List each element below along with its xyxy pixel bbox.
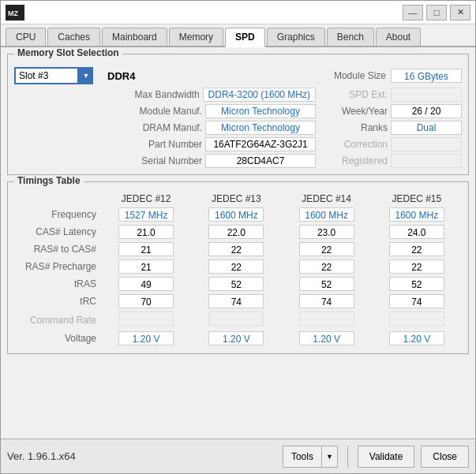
ranks-label: Ranks (332, 122, 388, 133)
module-info-left: Max Bandwidth DDR4-3200 (1600 MHz) Modul… (14, 88, 316, 168)
version-text: Ver. 1.96.1.x64 (7, 450, 276, 462)
app-window: MZ — □ ✕ CPU Caches Mainboard Memory SPD… (0, 0, 476, 474)
cell-7-3: 1.20 V (372, 330, 462, 347)
th-jedec12: JEDEC #12 (101, 192, 191, 206)
title-bar: MZ — □ ✕ (1, 1, 475, 24)
slot-select-container[interactable]: Slot #3 ▼ (14, 67, 93, 84)
group-title-memory-slot: Memory Slot Selection (14, 47, 122, 58)
slot-dropdown[interactable]: Slot #3 (14, 67, 79, 84)
tab-spd[interactable]: SPD (225, 28, 265, 47)
module-size-label: Module Size (334, 70, 386, 81)
module-size-container: Module Size 16 GBytes (143, 69, 462, 83)
cell-1-0: 21.0 (101, 223, 191, 241)
minimize-button[interactable]: — (403, 5, 423, 21)
tab-bar: CPU Caches Mainboard Memory SPD Graphics… (1, 24, 475, 47)
max-bandwidth-row: Max Bandwidth DDR4-3200 (1600 MHz) (14, 88, 316, 102)
module-manuf-value: Micron Technology (205, 104, 316, 118)
row-label-1: CAS# Latency (14, 223, 101, 241)
dram-manuf-label: DRAM Manuf. (123, 122, 202, 133)
cell-0-2: 1600 MHz (282, 206, 372, 223)
cell-6-3 (372, 310, 462, 330)
maximize-button[interactable]: □ (426, 5, 447, 21)
cell-2-1: 22 (191, 241, 281, 258)
tab-caches[interactable]: Caches (47, 28, 100, 46)
dram-manuf-row: DRAM Manuf. Micron Technology (14, 121, 316, 135)
app-logo: MZ (6, 5, 24, 21)
cell-1-3: 24.0 (372, 223, 462, 241)
slot-dropdown-arrow[interactable]: ▼ (79, 67, 93, 84)
registered-row: Registered (322, 154, 462, 168)
module-info-right: SPD Ext. Week/Year 26 / 20 Ranks Dual Co… (316, 88, 462, 168)
max-bandwidth-value: DDR4-3200 (1600 MHz) (203, 88, 316, 102)
row-label-7: Voltage (14, 330, 101, 347)
tools-button[interactable]: Tools (283, 446, 322, 468)
cell-3-0: 21 (101, 258, 191, 275)
tab-about[interactable]: About (376, 28, 421, 46)
th-jedec15: JEDEC #15 (372, 192, 462, 206)
cell-4-1: 52 (191, 275, 281, 293)
cell-0-3: 1600 MHz (372, 206, 462, 223)
row-label-6: Command Rate (14, 310, 101, 330)
close-window-button[interactable]: ✕ (450, 5, 470, 21)
part-number-row: Part Number 16ATF2G64AZ-3G2J1 (14, 137, 316, 151)
cell-4-0: 49 (101, 275, 191, 293)
serial-number-value: 28CD4AC7 (205, 154, 316, 168)
title-bar-left: MZ (6, 5, 24, 21)
close-button[interactable]: Close (421, 446, 469, 468)
cell-3-2: 22 (282, 258, 372, 275)
timings-group: Timings Table JEDEC #12 JEDEC #13 JEDEC … (7, 181, 469, 354)
cell-4-3: 52 (372, 275, 462, 293)
th-jedec13: JEDEC #13 (191, 192, 281, 206)
validate-button[interactable]: Validate (358, 446, 414, 468)
table-row: CAS# Latency21.022.023.024.0 (14, 223, 462, 241)
cell-1-2: 23.0 (282, 223, 372, 241)
timings-table: JEDEC #12 JEDEC #13 JEDEC #14 JEDEC #15 … (14, 192, 462, 347)
spd-ext-label: SPD Ext. (332, 89, 388, 100)
th-empty (14, 192, 101, 206)
tab-cpu[interactable]: CPU (6, 28, 46, 46)
svg-text:MZ: MZ (8, 9, 18, 17)
table-row: Frequency1527 MHz1600 MHz1600 MHz1600 MH… (14, 206, 462, 223)
table-row: tRC70747474 (14, 293, 462, 310)
cell-4-2: 52 (282, 275, 372, 293)
cell-6-0 (101, 310, 191, 330)
spd-ext-row: SPD Ext. (322, 88, 462, 102)
cell-0-0: 1527 MHz (101, 206, 191, 223)
cell-0-1: 1600 MHz (191, 206, 281, 223)
cell-7-1: 1.20 V (191, 330, 281, 347)
cell-5-3: 74 (372, 293, 462, 310)
row-label-0: Frequency (14, 206, 101, 223)
module-manuf-row: Module Manuf. Micron Technology (14, 104, 316, 118)
serial-number-row: Serial Number 28CD4AC7 (14, 154, 316, 168)
row-label-3: RAS# Precharge (14, 258, 101, 275)
title-bar-controls: — □ ✕ (403, 5, 470, 21)
table-row: Voltage1.20 V1.20 V1.20 V1.20 V (14, 330, 462, 347)
cell-7-2: 1.20 V (282, 330, 372, 347)
cell-3-1: 22 (191, 258, 281, 275)
registered-label: Registered (332, 155, 388, 166)
dram-manuf-value: Micron Technology (205, 121, 316, 135)
cell-2-3: 22 (372, 241, 462, 258)
cell-5-0: 70 (101, 293, 191, 310)
tools-group[interactable]: Tools ▼ (283, 446, 338, 468)
correction-row: Correction (322, 137, 462, 151)
row-label-4: tRAS (14, 275, 101, 293)
content-area: Memory Slot Selection Slot #3 ▼ DDR4 Mod… (1, 47, 475, 439)
tab-mainboard[interactable]: Mainboard (102, 28, 167, 46)
correction-value (391, 137, 462, 151)
cell-3-3: 22 (372, 258, 462, 275)
cell-6-2 (282, 310, 372, 330)
th-jedec14: JEDEC #14 (282, 192, 372, 206)
tab-bench[interactable]: Bench (327, 28, 374, 46)
tab-graphics[interactable]: Graphics (267, 28, 325, 46)
cell-5-2: 74 (282, 293, 372, 310)
part-number-value: 16ATF2G64AZ-3G2J1 (205, 137, 316, 151)
memory-slot-group: Memory Slot Selection Slot #3 ▼ DDR4 Mod… (7, 54, 469, 175)
tab-memory[interactable]: Memory (169, 28, 223, 46)
module-size-value: 16 GBytes (391, 69, 462, 83)
cell-5-1: 74 (191, 293, 281, 310)
correction-label: Correction (332, 139, 388, 150)
tools-dropdown-arrow[interactable]: ▼ (322, 446, 338, 468)
slot-row: Slot #3 ▼ DDR4 Module Size 16 GBytes (14, 67, 462, 84)
table-row: tRAS49525252 (14, 275, 462, 293)
